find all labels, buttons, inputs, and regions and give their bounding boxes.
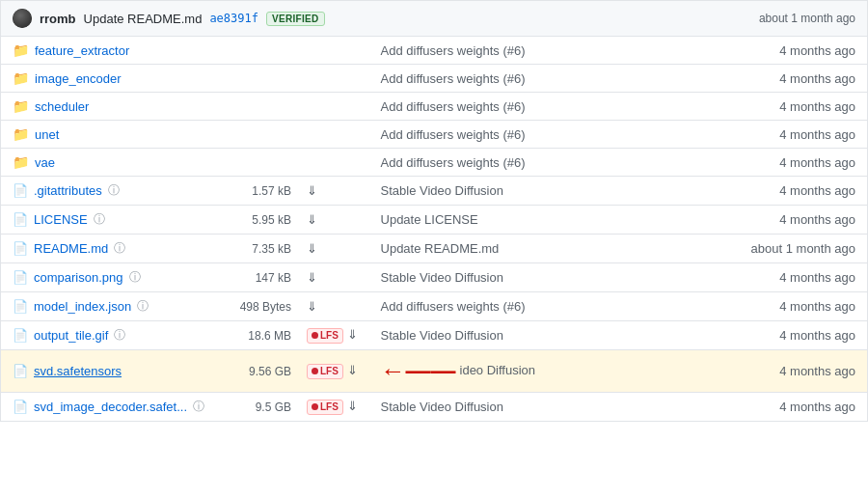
download-icon[interactable]: ⇓ — [307, 241, 317, 256]
files-table: 📁feature_extractorAdd diffusers weights … — [0, 37, 868, 422]
sym-icon[interactable]: ⓘ — [114, 240, 125, 257]
sym-icon[interactable]: ⓘ — [129, 269, 141, 286]
file-icon: 📄 — [13, 183, 28, 198]
commit-message-cell: Add diffusers weights (#6) — [369, 149, 740, 177]
file-actions-cell: ⇓ — [303, 206, 369, 235]
file-size-cell: 147 kB — [216, 263, 303, 292]
commit-message-cell: ←——ideo Diffusion — [369, 350, 740, 393]
file-name-cell: 📄model_index.jsonⓘ — [1, 292, 217, 321]
file-size-cell — [216, 65, 303, 93]
table-row: 📄LICENSEⓘ5.95 kB⇓Update LICENSE4 months … — [1, 206, 868, 235]
file-icon: 📄 — [13, 328, 28, 343]
sym-icon[interactable]: ⓘ — [108, 182, 120, 199]
download-icon[interactable]: ⇓ — [347, 327, 358, 342]
file-table: rromb Update README.md ae8391f VERIFIED … — [0, 0, 868, 37]
folder-icon: 📁 — [13, 154, 29, 170]
file-size-cell: 7.35 kB — [216, 235, 303, 263]
file-name-cell: 📄LICENSEⓘ — [1, 206, 217, 235]
file-name-cell: 📄svd_image_decoder.safet...ⓘ — [1, 393, 217, 422]
file-time-cell: 4 months ago — [740, 121, 868, 149]
file-link[interactable]: model_index.json — [34, 299, 131, 314]
file-link[interactable]: unet — [35, 127, 59, 142]
commit-message-cell: Update README.md — [369, 235, 740, 263]
commit-info-cell: rromb Update README.md ae8391f VERIFIED — [1, 1, 608, 37]
table-row: 📄output_tile.gifⓘ18.6 MBLFS ⇓Stable Vide… — [1, 321, 868, 350]
commit-author[interactable]: rromb — [40, 12, 76, 26]
commit-message-cell: Add diffusers weights (#6) — [369, 121, 740, 149]
commit-message-cell: Stable Video Diffusion — [369, 321, 740, 350]
file-link[interactable]: comparison.png — [34, 270, 123, 285]
file-actions-cell — [303, 121, 369, 149]
download-icon[interactable]: ⇓ — [307, 212, 317, 227]
table-row: 📁schedulerAdd diffusers weights (#6)4 mo… — [1, 93, 868, 121]
table-row: 📁image_encoderAdd diffusers weights (#6)… — [1, 65, 868, 93]
commit-message-cell: Stable Video Diffusion — [369, 263, 740, 292]
file-actions-cell — [303, 65, 369, 93]
file-link[interactable]: feature_extractor — [35, 43, 129, 58]
file-icon: 📄 — [13, 212, 28, 227]
folder-icon: 📁 — [13, 98, 29, 114]
verified-badge: VERIFIED — [266, 12, 325, 26]
file-link[interactable]: vae — [35, 155, 55, 170]
commit-message-cell: Add diffusers weights (#6) — [369, 292, 740, 321]
lfs-badge: LFS — [307, 400, 343, 415]
file-link[interactable]: README.md — [34, 241, 108, 256]
download-icon[interactable]: ⇓ — [347, 399, 358, 413]
file-link[interactable]: LICENSE — [34, 212, 88, 227]
file-time-cell: 4 months ago — [740, 206, 868, 235]
file-name-cell: 📁scheduler — [1, 93, 217, 121]
file-time-cell: 4 months ago — [740, 321, 868, 350]
red-arrow-icon: ←—— — [381, 356, 456, 386]
file-time-cell: 4 months ago — [740, 65, 868, 93]
file-icon: 📄 — [13, 270, 28, 285]
file-name-cell: 📄.gitattributesⓘ — [1, 177, 217, 206]
file-icon: 📄 — [13, 400, 28, 414]
file-link[interactable]: .gitattributes — [34, 183, 102, 198]
folder-icon: 📁 — [13, 42, 29, 58]
file-time-cell: 4 months ago — [740, 37, 868, 65]
file-link[interactable]: output_tile.gif — [34, 328, 108, 343]
sym-icon[interactable]: ⓘ — [137, 298, 149, 315]
table-row: 📄README.mdⓘ7.35 kB⇓Update README.mdabout… — [1, 235, 868, 263]
file-size-cell: 18.6 MB — [216, 321, 303, 350]
download-icon[interactable]: ⇓ — [307, 183, 317, 198]
commit-msg-text: ideo Diffusion — [460, 363, 536, 377]
file-size-cell — [216, 93, 303, 121]
commit-row: rromb Update README.md ae8391f VERIFIED … — [1, 1, 868, 37]
file-name-cell: 📄output_tile.gifⓘ — [1, 321, 217, 350]
sym-icon[interactable]: ⓘ — [94, 211, 105, 228]
download-icon[interactable]: ⇓ — [347, 363, 358, 377]
file-icon: 📄 — [13, 299, 28, 314]
file-size-cell: 9.5 GB — [216, 393, 303, 422]
file-link[interactable]: scheduler — [35, 99, 89, 114]
file-size-cell: 498 Bytes — [216, 292, 303, 321]
file-icon: 📄 — [13, 364, 28, 378]
sym-icon[interactable]: ⓘ — [114, 327, 125, 344]
commit-message-cell: Add diffusers weights (#6) — [369, 93, 740, 121]
file-actions-cell: ⇓ — [303, 292, 369, 321]
file-size-cell — [216, 149, 303, 177]
sym-icon[interactable]: ⓘ — [193, 399, 204, 415]
commit-message-cell: Update LICENSE — [369, 206, 740, 235]
file-name-cell: 📄svd.safetensors — [1, 350, 217, 393]
download-icon[interactable]: ⇓ — [307, 270, 317, 285]
file-link[interactable]: svd_image_decoder.safet... — [34, 400, 187, 414]
commit-hash[interactable]: ae8391f — [209, 12, 258, 25]
download-icon[interactable]: ⇓ — [307, 299, 317, 314]
table-row: 📄model_index.jsonⓘ498 Bytes⇓Add diffuser… — [1, 292, 868, 321]
commit-message-cell: Stable Video Diffusion — [369, 393, 740, 422]
folder-icon: 📁 — [13, 126, 29, 142]
file-name-cell: 📁vae — [1, 149, 217, 177]
file-link[interactable]: svd.safetensors — [34, 364, 122, 378]
file-time-cell: 4 months ago — [740, 177, 868, 206]
file-size-cell — [216, 121, 303, 149]
file-time-cell: 4 months ago — [740, 93, 868, 121]
file-link[interactable]: image_encoder — [35, 71, 122, 86]
commit-time: about 1 month ago — [608, 1, 868, 37]
commit-message-cell: Add diffusers weights (#6) — [369, 65, 740, 93]
file-time-cell: 4 months ago — [740, 149, 868, 177]
avatar — [13, 9, 32, 28]
lfs-badge: LFS — [307, 364, 343, 379]
file-actions-cell: ⇓ — [303, 263, 369, 292]
file-name-cell: 📄README.mdⓘ — [1, 235, 217, 263]
